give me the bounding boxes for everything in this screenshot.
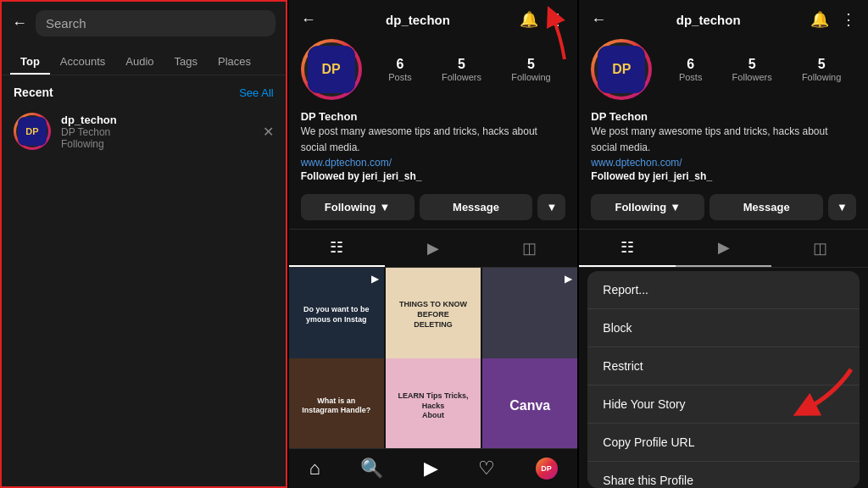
followed-by-text: Followed by [301,170,359,182]
grid-cell-6[interactable]: Canva [482,358,577,448]
menu-bio-website[interactable]: www.dptechon.com/ [591,157,856,169]
search-input[interactable]: Search [36,10,275,36]
profile-username-title: dp_techon [386,13,450,27]
result-info: dp_techon DP Techon Following [61,114,253,150]
menu-more-actions-button[interactable]: ▼ [828,194,856,220]
menu-profile-actions: Following ▼ Message ▼ [579,191,868,229]
search-header: ← Search [2,2,286,45]
tab-tagged[interactable]: ◫ [481,230,578,267]
bio-text-line2: social media. [301,141,566,155]
tab-tags[interactable]: Tags [164,48,208,75]
tab-top[interactable]: Top [10,48,50,75]
more-options-icon[interactable]: ⋮ [550,10,565,29]
menu-profile-tabs: ☷ ▶ ◫ [579,229,868,268]
more-actions-button[interactable]: ▼ [537,194,565,220]
grid-cell-5-text: LEARN Tips Tricks, HacksAbout [386,358,481,448]
menu-followed-by-user[interactable]: jeri_jeri_sh_ [653,170,712,182]
profile-panel: ← dp_techon 🔔 ⋮ DP 6 Posts 5 Followers 5… [289,0,578,488]
grid-cell-1-text: Do you want to beymous on Instag [289,268,384,363]
grid-cell-2[interactable]: THINGS TO KNOWBEFOREDELETING [386,268,481,363]
menu-posts-count: 6 [687,57,694,72]
menu-following-button[interactable]: Following ▼ [591,194,704,220]
profile-bio: DP Techon We post many awesome tips and … [289,108,578,191]
menu-profile-avatar[interactable]: DP [591,39,652,100]
menu-tab-grid[interactable]: ☷ [579,230,676,267]
tab-places[interactable]: Places [208,48,261,75]
grid-cell-4[interactable]: What is anInstagram Handle? [289,358,384,448]
following-button[interactable]: Following ▼ [301,194,415,220]
result-display-name: DP Techon [61,126,253,138]
profile-avatar[interactable]: DP [301,39,362,100]
back-button[interactable]: ← [301,11,316,29]
tab-accounts[interactable]: Accounts [50,48,115,75]
search-icon[interactable]: 🔍 [360,458,383,480]
remove-result-button[interactable]: ✕ [263,124,274,140]
avatar-logo: DP [18,117,47,146]
notifications-icon[interactable]: 🔔 [520,10,538,29]
tab-grid[interactable]: ☷ [289,230,386,267]
menu-posts-label: Posts [679,72,703,82]
profile-stats-row: DP 6 Posts 5 Followers 5 Following [289,39,578,108]
profile-logo: DP [308,46,355,93]
menu-item-block[interactable]: Block [587,309,860,347]
search-result-item[interactable]: DP dp_techon DP Techon Following ✕ [2,106,286,157]
message-button[interactable]: Message [420,194,533,220]
menu-tab-tagged[interactable]: ◫ [771,230,868,267]
following-count: 5 [527,57,535,72]
header-icons: 🔔 ⋮ [520,10,565,29]
followed-by-user[interactable]: jeri_jeri_sh_ [362,170,421,182]
profile-avatar-inner: DP [304,42,359,97]
tab-audio[interactable]: Audio [115,48,164,75]
tab-reels[interactable]: ▶ [385,230,481,267]
menu-profile-bio: DP Techon We post many awesome tips and … [579,108,868,191]
profile-actions: Following ▼ Message ▼ [289,191,578,229]
menu-header-icons: 🔔 ⋮ [810,10,856,29]
menu-following-count: 5 [818,57,826,72]
menu-followers-stat[interactable]: 5 Followers [732,57,772,82]
followers-stat[interactable]: 5 Followers [442,57,481,82]
menu-followed-by-text: Followed by [591,170,649,182]
menu-panel-username: dp_techon [676,13,741,27]
menu-item-report[interactable]: Report... [587,271,860,309]
bio-followed-by: Followed by jeri_jeri_sh_ [301,170,566,182]
menu-message-button[interactable]: Message [709,194,823,220]
back-button-menu[interactable]: ← [591,11,606,29]
see-all-button[interactable]: See All [239,86,273,99]
posts-count: 6 [397,57,404,72]
notifications-icon-menu[interactable]: 🔔 [810,10,829,29]
bio-name: DP Techon [301,110,566,123]
menu-bio-name: DP Techon [591,110,856,123]
grid-cell-3[interactable]: ▶ [482,268,577,363]
posts-stat: 6 Posts [388,57,412,82]
menu-item-hide-story[interactable]: Hide Your Story [587,385,860,424]
grid-cell-5[interactable]: LEARN Tips Tricks, HacksAbout [386,358,481,448]
reels-icon[interactable]: ▶ [424,458,438,480]
recent-section-header: Recent See All [2,75,286,106]
profile-avatar-nav[interactable]: DP [536,458,558,480]
menu-followers-count: 5 [748,57,756,72]
following-stat[interactable]: 5 Following [511,57,550,82]
play-icon-3: ▶ [565,273,572,285]
menu-tab-reels[interactable]: ▶ [676,230,772,267]
context-menu: Report... Block Restrict Hide Your Story… [587,271,860,488]
result-username: dp_techon [61,114,253,126]
more-options-icon-menu[interactable]: ⋮ [841,10,856,29]
menu-item-copy-url[interactable]: Copy Profile URL [587,424,860,462]
bottom-nav-panel2: ⌂ 🔍 ▶ ♡ DP [289,448,578,488]
heart-icon[interactable]: ♡ [478,458,495,480]
grid-cell-1[interactable]: Do you want to beymous on Instag ▶ [289,268,384,363]
result-following-status: Following [61,138,253,150]
profile-tabs: ☷ ▶ ◫ [289,229,578,268]
grid-cell-4-text: What is anInstagram Handle? [289,358,384,448]
menu-profile-stats-row: DP 6 Posts 5 Followers 5 Following [579,39,868,108]
bio-website[interactable]: www.dptechon.com/ [301,157,566,169]
home-icon[interactable]: ⌂ [309,458,320,480]
menu-bio-text-line1: We post many awesome tips and tricks, ha… [591,125,856,139]
stats-container: 6 Posts 5 Followers 5 Following [374,57,566,82]
menu-item-share-profile[interactable]: Share this Profile [587,462,860,488]
back-button[interactable]: ← [12,14,27,32]
menu-following-stat[interactable]: 5 Following [802,57,841,82]
avatar: DP [14,113,51,150]
menu-item-restrict[interactable]: Restrict [587,347,860,385]
play-icon-1: ▶ [371,273,379,285]
